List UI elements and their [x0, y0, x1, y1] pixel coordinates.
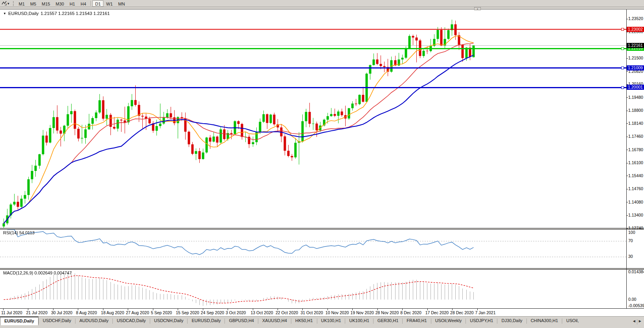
chart-tab-usdcnh-daily[interactable]: USDCNH,Daily: [150, 317, 188, 325]
time-axis-label: 31 Oct 2020: [300, 310, 323, 315]
rsi-axis-label: 100: [628, 230, 635, 235]
chart-tab-fra40-h1[interactable]: FRA40,H1: [403, 317, 431, 325]
time-axis-label: 18 Aug 2020: [101, 310, 124, 315]
macd-label: MACD(12,26,9) 0.002649 0.004747: [3, 271, 72, 275]
price-tick-mark: [626, 32, 628, 32]
timeframe-button-H4[interactable]: H4: [78, 0, 89, 7]
pane-divider[interactable]: [0, 268, 644, 270]
chart-tab-usoil-[interactable]: USOil,: [562, 317, 583, 325]
price-tick-mark: [626, 202, 628, 202]
chart-ohlc-values: 1.21557 1.22165 1.21543 1.22161: [40, 11, 110, 16]
rsi-axis-label: 70: [628, 238, 633, 243]
time-axis-label: 15 Sep 2020: [176, 310, 199, 315]
time-axis-label: 7 Jan 2021: [475, 310, 496, 315]
price-tick-label: 1.16100: [628, 160, 643, 165]
time-axis-label: 5 Sep 2020: [151, 310, 172, 315]
price-chart-canvas[interactable]: [0, 10, 626, 228]
timeframe-button-MN[interactable]: MN: [116, 0, 128, 7]
price-tick-mark: [626, 58, 628, 59]
macd-axis-label: 0.014384: [628, 269, 644, 274]
price-tick-mark: [626, 111, 628, 111]
time-axis-label: 22 Oct 2020: [276, 310, 298, 315]
price-tick-label: 1.21500: [628, 56, 643, 60]
time-axis-label: 10 Nov 2020: [326, 310, 349, 315]
price-tick-mark: [626, 176, 628, 176]
price-tick-label: 1.23520: [628, 16, 643, 21]
timeframe-button-M15[interactable]: M15: [39, 0, 53, 7]
chart-tool-button[interactable]: ▾: [0, 0, 11, 7]
chart-tab-xauusd-h4[interactable]: XAUUSD,H4: [258, 317, 291, 325]
macd-chart-canvas[interactable]: [0, 270, 626, 308]
price-tick-label: 1.19480: [628, 95, 643, 100]
time-axis-label: 3 Oct 2020: [226, 310, 246, 315]
price-tick-mark: [626, 123, 628, 124]
chart-tab-uk100-h1[interactable]: UK100,H1: [345, 317, 373, 325]
chart-tab-china300-h1[interactable]: CHINA300,H1: [527, 317, 562, 325]
toolbar-grip: [13, 1, 14, 6]
hline-price-label: 1.23002: [627, 27, 644, 32]
time-axis-label: 11 Jul 2020: [1, 310, 22, 315]
chart-tab-audusd-daily[interactable]: AUDUSD,Daily: [75, 317, 112, 325]
chart-tab-gbpusd-h4[interactable]: GBPUSD,H4: [225, 317, 258, 325]
chart-symbol-label: EURUSD,Daily: [8, 11, 39, 16]
chart-tab-hk50-h1[interactable]: HK50,H1: [291, 317, 317, 325]
tab-scroll-right-button[interactable]: ▶: [637, 318, 643, 324]
chart-tabs: EURUSD,DailyUSDCHF,DailyAUDUSD,DailyUSDC…: [0, 317, 631, 325]
price-tick-mark: [626, 71, 628, 72]
macd-axis-label: -0.005396: [628, 303, 644, 308]
timeframe-button-W1[interactable]: W1: [103, 0, 116, 7]
price-tick-label: 1.17460: [628, 134, 643, 139]
chart-tab-eurusd-daily[interactable]: EURUSD,Daily: [0, 317, 39, 325]
pane-divider[interactable]: [0, 228, 644, 230]
chart-scroll-arrow[interactable]: ▲: [474, 7, 481, 10]
price-tick-label: 1.14760: [628, 186, 643, 191]
price-tick-mark: [626, 150, 628, 150]
time-axis-label: 27 Aug 2020: [126, 310, 149, 315]
time-axis-label: 30 Jul 2020: [51, 310, 72, 315]
time-axis-label: 8 Dec 2020: [400, 310, 421, 315]
rsi-label: RSI(14) 54.0113: [3, 230, 35, 235]
current-price-label: 1.22161: [627, 43, 644, 48]
macd-axis-label: 0.00: [628, 297, 636, 302]
chart-tab-usdcad-daily[interactable]: USDCAD,Daily: [113, 317, 150, 325]
chevron-down-icon[interactable]: ▾: [7, 2, 9, 6]
time-axis-label: 28 Nov 2020: [375, 310, 399, 315]
price-tick-label: 1.13400: [628, 213, 643, 217]
chart-window: ▲ ▼ EURUSD,Daily 1.21557 1.22165 1.21543…: [0, 9, 644, 316]
chart-tab-usdjpy-h1[interactable]: USDJPY,H1: [466, 317, 497, 325]
timeframe-button-M30[interactable]: M30: [53, 0, 67, 7]
price-tick-label: 1.18140: [628, 121, 643, 126]
timeframe-buttons: M1M5M15M30H1H4D1W1MN: [16, 0, 128, 7]
price-tick-label: 1.14080: [628, 200, 643, 204]
chart-tab-bar: EURUSD,DailyUSDCHF,DailyAUDUSD,DailyUSDC…: [0, 316, 644, 328]
time-axis-label: 24 Sep 2020: [201, 310, 224, 315]
collapse-icon[interactable]: ▼: [3, 12, 6, 15]
chart-tab-uk100-h1[interactable]: UK100,H1: [317, 317, 345, 325]
timeframe-button-M5[interactable]: M5: [28, 0, 39, 7]
price-tick-mark: [626, 97, 628, 98]
timeframe-button-D1[interactable]: D1: [92, 0, 103, 7]
timeframe-button-M1[interactable]: M1: [16, 0, 28, 7]
chart-tab-usdchf-daily[interactable]: USDCHF,Daily: [39, 317, 75, 325]
timeframe-toolbar: ▾ M1M5M15M30H1H4D1W1MN: [0, 0, 644, 7]
chart-tab-usoil-weekly[interactable]: USOil,Weekly: [431, 317, 466, 325]
time-axis-label: 8 Aug 2020: [76, 310, 97, 315]
price-tick-label: 1.15440: [628, 173, 643, 178]
chart-tab-dj30-daily[interactable]: DJ30,Daily: [497, 317, 526, 325]
chart-tab-eurusd-daily[interactable]: EURUSD,Daily: [188, 317, 224, 325]
chart-tab-ger30-h1[interactable]: GER30,H1: [374, 317, 402, 325]
rsi-axis-label: 30: [628, 254, 633, 259]
price-axis-border: [626, 9, 627, 309]
time-axis-label: 13 Oct 2020: [251, 310, 273, 315]
price-tick-mark: [626, 163, 628, 163]
time-axis-label: 19 Nov 2020: [350, 310, 374, 315]
price-tick-mark: [626, 228, 628, 229]
time-axis-label: 17 Dec 2020: [425, 310, 449, 315]
tab-scroll-left-button[interactable]: ◀: [631, 318, 637, 324]
time-axis-label: 21 Jul 2020: [26, 310, 47, 315]
timeframe-button-H1[interactable]: H1: [67, 0, 78, 7]
price-tick-mark: [626, 215, 628, 216]
rsi-chart-canvas[interactable]: [0, 230, 626, 268]
toolbar-separator: [90, 1, 91, 6]
price-tick-mark: [626, 84, 628, 85]
